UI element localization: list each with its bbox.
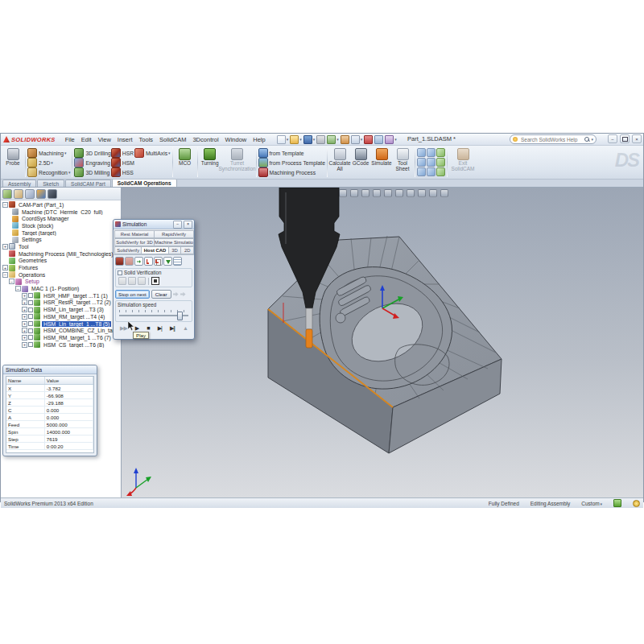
expand-icon[interactable]: +	[22, 342, 27, 348]
tab-solidverify[interactable]: SolidVerify	[114, 246, 142, 254]
from-process-template-button[interactable]: from Process Template	[258, 158, 325, 167]
chevron-down-icon[interactable]: ▾	[394, 137, 397, 142]
speed-slider-thumb[interactable]	[177, 312, 183, 320]
expand-icon[interactable]: +	[22, 299, 27, 305]
operation-checkbox[interactable]	[28, 293, 33, 298]
menu-insert[interactable]: Insert	[114, 136, 136, 143]
expand-icon[interactable]: +	[22, 328, 27, 333]
multiaxis-button[interactable]: MultiAxis ▾	[134, 148, 171, 158]
tree-item-operations[interactable]: − Operations	[1, 271, 121, 279]
select-icon[interactable]	[351, 135, 360, 144]
compare-icon[interactable]	[138, 277, 146, 285]
operation-checkbox[interactable]	[28, 335, 33, 340]
chevron-down-icon[interactable]: ▾	[287, 137, 289, 142]
collapse-icon[interactable]: −	[2, 202, 8, 208]
chevron-down-icon[interactable]: ▾	[313, 137, 316, 142]
play-button[interactable]: ▶	[135, 325, 138, 331]
menu-tools[interactable]: Tools	[136, 136, 157, 143]
graphics-viewport[interactable]	[122, 188, 643, 497]
single-step-mode-icon[interactable]	[163, 257, 172, 266]
tab-rapidverify[interactable]: RapidVerify	[154, 230, 194, 238]
operation-checkbox[interactable]	[28, 321, 33, 326]
simulate-button[interactable]: Simulate	[371, 147, 392, 178]
solid-verification-checkbox[interactable]	[118, 270, 122, 275]
dialog-minimize-button[interactable]: −	[173, 221, 182, 229]
open-file-icon[interactable]	[290, 135, 299, 144]
from-template-button[interactable]: from Template	[258, 148, 325, 158]
tree-item-geometries[interactable]: Geometries	[1, 258, 121, 265]
rebuild-icon[interactable]	[364, 135, 373, 144]
utility-icon[interactable]	[436, 148, 445, 157]
simulation-data-title[interactable]: Simulation Data	[3, 365, 97, 374]
step-forward-button[interactable]: ▶|	[158, 325, 162, 331]
utility-icon[interactable]	[417, 158, 426, 167]
machine-view-icon[interactable]	[36, 189, 46, 199]
file-properties-icon[interactable]	[374, 135, 383, 144]
tree-operation-item[interactable]: + HSM_COMBINE_CZ_Lin_target ...T5 (6)	[1, 327, 121, 334]
utility-icon[interactable]	[436, 158, 445, 167]
simulation-data-table-icon[interactable]	[173, 257, 182, 266]
calculate-all-button[interactable]: Calculate All	[329, 147, 350, 178]
tree-operation-item[interactable]: + HSR_HMF_target ...T1 (1)	[1, 292, 121, 299]
chevron-down-icon[interactable]: ▾	[336, 137, 339, 142]
tab-3d[interactable]: 3D	[168, 246, 182, 254]
chevron-down-icon[interactable]: ▾	[299, 137, 302, 142]
tree-item-stock[interactable]: Stock (stock)	[1, 222, 121, 229]
utility-icon[interactable]	[417, 148, 426, 157]
tool-follow-icon[interactable]	[134, 257, 143, 266]
tab-solidverify-3d[interactable]: SolidVerify for 3D	[114, 238, 155, 246]
snapshot-icon[interactable]	[128, 277, 136, 285]
machining-button[interactable]: Machining ▾	[27, 148, 70, 158]
gcode-button[interactable]: GCode	[350, 147, 371, 178]
hsm-button[interactable]: HSM	[111, 158, 134, 167]
tree-item-mac1[interactable]: − MAC 1 (1- Position)	[1, 285, 121, 292]
custom-dropdown[interactable]: Custom ▾	[581, 501, 602, 506]
tree-item-machining-process[interactable]: Machining Process (Mill_Technologies)	[1, 250, 121, 258]
expand-icon[interactable]: +	[22, 321, 27, 327]
menu-view[interactable]: View	[95, 136, 114, 143]
expand-icon[interactable]: +	[2, 265, 8, 270]
redo-path-icon[interactable]	[173, 291, 179, 297]
print-icon[interactable]	[316, 135, 325, 144]
tree-item-fixtures[interactable]: + Fixtures	[1, 264, 121, 271]
recognition-button[interactable]: Recognition ▾	[27, 167, 70, 177]
tree-item-cam-part[interactable]: − CAM-Part (Part_1)	[1, 201, 121, 208]
hss-button[interactable]: HSS	[111, 167, 134, 177]
expand-icon[interactable]: +	[22, 307, 27, 312]
minimize-button[interactable]: −	[608, 134, 617, 143]
tab-2d[interactable]: 2D	[180, 246, 194, 254]
tree-operation-item[interactable]: + HSR_RestR_target ...T2 (2)	[1, 299, 121, 307]
new-file-icon[interactable]	[277, 135, 286, 144]
options-icon[interactable]	[385, 135, 394, 144]
operation-checkbox[interactable]	[28, 308, 33, 312]
utility-icon[interactable]	[417, 167, 426, 176]
target-transparency-icon[interactable]	[154, 257, 163, 266]
speed-slider[interactable]	[119, 309, 188, 319]
tree-operation-item[interactable]: + HSM_RM_target_1 ...T6 (7)	[1, 334, 121, 341]
utility-icon[interactable]	[427, 148, 436, 157]
record-icon[interactable]	[118, 277, 126, 285]
tab-solidcam-part[interactable]: SolidCAM Part	[65, 180, 111, 187]
menu-help[interactable]: Help	[250, 136, 268, 143]
utility-icon[interactable]	[427, 158, 436, 167]
tree-item-tool[interactable]: + Tool	[1, 243, 121, 250]
expand-icon[interactable]: +	[2, 244, 8, 250]
3d-drilling-button[interactable]: 3D Drilling	[74, 148, 110, 158]
show-tool-icon[interactable]	[115, 257, 124, 266]
undo-icon[interactable]	[327, 135, 336, 144]
stop-on-next-button[interactable]: Stop on next	[115, 290, 150, 299]
tab-solidcam-operations[interactable]: SolidCAM Operations	[112, 179, 177, 187]
tree-operation-item[interactable]: + HSM_CS_target ...T6 (8)	[1, 341, 121, 349]
tree-item-setup[interactable]: − Setup	[1, 279, 121, 286]
show-target-icon[interactable]	[144, 257, 153, 266]
go-to-end-button[interactable]: ▶||	[170, 325, 175, 331]
3d-milling-button[interactable]: 3D Milling	[74, 167, 110, 177]
menu-window[interactable]: Window	[222, 136, 250, 143]
mco-button[interactable]: MCO	[175, 147, 196, 178]
collapse-icon[interactable]: −	[2, 272, 8, 278]
collapse-icon[interactable]: −	[9, 279, 14, 284]
2-5d-button[interactable]: 2.5D ▾	[27, 158, 70, 167]
menu-solidcam[interactable]: SolidCAM	[156, 136, 189, 143]
collapse-icon[interactable]: −	[15, 286, 21, 291]
raise-tool-button[interactable]: ▲	[183, 325, 188, 331]
